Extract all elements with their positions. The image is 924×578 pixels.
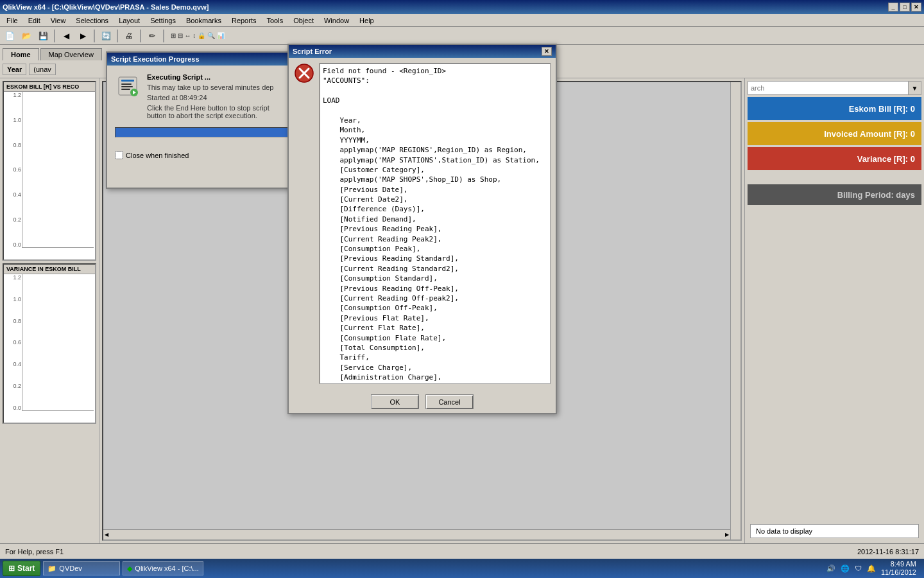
svg-rect-2	[121, 83, 132, 85]
kpi-eskom-bill[interactable]: Eskom Bill [R]: 0	[748, 97, 921, 120]
error-dialog-content	[289, 58, 556, 390]
svg-rect-1	[121, 80, 134, 82]
error-text-area[interactable]	[320, 63, 551, 384]
close-when-finished-checkbox[interactable]	[115, 151, 123, 159]
toolbar-design[interactable]: ✏	[145, 29, 159, 43]
error-text-wrapper	[320, 63, 551, 385]
toolbar-save[interactable]: 💾	[36, 29, 50, 43]
script-dialog-icon	[115, 73, 141, 99]
window-controls[interactable]: _ □ ✕	[888, 3, 921, 12]
close-when-finished-label: Close when finished	[126, 152, 189, 159]
toolbar-forward[interactable]: ▶	[76, 29, 90, 43]
menu-bar: File Edit View Selections Layout Setting…	[0, 14, 924, 27]
kpi-eskom-bill-label: Eskom Bill [R]: 0	[849, 104, 915, 114]
toolbar-print[interactable]: 🖨	[122, 29, 136, 43]
svg-rect-3	[121, 86, 133, 87]
toolbar-sep3	[117, 30, 118, 42]
center-scrollbar-h[interactable]: ◀▶	[103, 529, 730, 539]
chart1-area	[22, 92, 94, 248]
error-x-icon	[294, 63, 314, 83]
title-bar: QlikView x64 - [C:\QlikView\QVDev\PRASA …	[0, 0, 924, 14]
chart2-area	[22, 274, 94, 411]
tab-home[interactable]: Home	[3, 48, 39, 60]
status-bar: For Help, press F1 2012-11-16 8:31:17	[0, 543, 924, 559]
ok-button[interactable]: OK	[371, 394, 419, 409]
start-button[interactable]: ⊞ Start	[3, 561, 40, 576]
maximize-button[interactable]: □	[900, 3, 910, 12]
kpi-billing-period[interactable]: Billing Period: days	[748, 184, 921, 205]
kpi-invoiced-amount[interactable]: Invoiced Amount [R]: 0	[748, 122, 921, 145]
cancel-button[interactable]: Cancel	[425, 394, 474, 409]
kpi-variance-label: Variance [R]: 0	[857, 154, 915, 164]
spacer1	[748, 172, 921, 182]
error-icon-container	[294, 63, 314, 83]
minimize-button[interactable]: _	[888, 3, 898, 12]
error-dialog-footer: OK Cancel	[289, 390, 556, 413]
menu-tools[interactable]: Tools	[261, 15, 288, 26]
script-error-dialog: Script Error ✕ OK Cancel	[287, 44, 557, 414]
error-dialog-close-icon[interactable]: ✕	[542, 47, 552, 56]
toolbar-sep2	[94, 30, 95, 42]
toolbar-sep4	[140, 30, 141, 42]
toolbar-right: ⊞ ⊟ ↔ ↕ 🔒 🔍 📊	[171, 32, 225, 39]
kpi-variance[interactable]: Variance [R]: 0	[748, 147, 921, 170]
tab-map-overview[interactable]: Map Overview	[40, 48, 102, 60]
search-input[interactable]	[748, 84, 908, 92]
toolbar-sep5	[163, 30, 164, 42]
taskbar-qlikview[interactable]: ◆ QlikView x64 - [C:\...	[123, 561, 203, 575]
chart1-y-axis: 1.21.00.80.60.40.20.0	[5, 92, 21, 248]
left-panel: ESKOM BILL [R] VS RECO 1.21.00.80.60.40.…	[0, 78, 99, 543]
close-button[interactable]: ✕	[911, 3, 921, 12]
menu-window[interactable]: Window	[319, 15, 354, 26]
error-dialog-title: Script Error	[293, 48, 332, 55]
error-dialog-titlebar[interactable]: Script Error ✕	[289, 45, 556, 58]
status-help: For Help, press F1	[5, 548, 64, 556]
toolbar: 📄 📂 💾 ◀ ▶ 🔄 🖨 ✏ ⊞ ⊟ ↔ ↕ 🔒 🔍 📊	[0, 27, 924, 45]
taskbar-tray: 🔊 🌐 🛡 🔔 8:49 AM 11/16/2012	[826, 560, 921, 577]
search-button[interactable]: ▼	[908, 82, 921, 94]
progress-bar-fill	[116, 128, 293, 137]
right-panel: ▼ Eskom Bill [R]: 0 Invoiced Amount [R]:…	[744, 78, 924, 543]
menu-help[interactable]: Help	[354, 15, 379, 26]
script-dialog-title: Script Execution Progress	[111, 55, 200, 63]
script-running-icon	[116, 74, 139, 98]
chart2-y-axis: 1.21.00.80.60.40.20.0	[5, 274, 21, 411]
window-title: QlikView x64 - [C:\QlikView\QVDev\PRASA …	[3, 3, 209, 11]
toolbar-open[interactable]: 📂	[19, 29, 33, 43]
kpi-billing-period-label: Billing Period: days	[837, 190, 915, 200]
no-data-display: No data to display	[750, 524, 919, 538]
search-container[interactable]: ▼	[748, 81, 921, 95]
chart-eskom-bill[interactable]: ESKOM BILL [R] VS RECO 1.21.00.80.60.40.…	[3, 81, 96, 261]
chart-variance[interactable]: VARIANCE IN ESKOM BILL 1.21.00.80.60.40.…	[3, 263, 96, 424]
menu-file[interactable]: File	[1, 15, 23, 26]
center-scrollbar-v[interactable]	[730, 82, 740, 539]
filter-year-value: (unav	[29, 64, 56, 75]
filter-year-label: Year	[3, 64, 26, 75]
chart-variance-title: VARIANCE IN ESKOM BILL	[4, 265, 95, 274]
menu-edit[interactable]: Edit	[23, 15, 46, 26]
menu-bookmarks[interactable]: Bookmarks	[181, 15, 227, 26]
svg-rect-4	[121, 89, 130, 90]
kpi-invoiced-amount-label: Invoiced Amount [R]: 0	[824, 129, 915, 139]
menu-layout[interactable]: Layout	[114, 15, 145, 26]
toolbar-reload[interactable]: 🔄	[99, 29, 113, 43]
menu-settings[interactable]: Settings	[145, 15, 181, 26]
menu-view[interactable]: View	[46, 15, 71, 26]
toolbar-back[interactable]: ◀	[59, 29, 73, 43]
spacer2	[748, 207, 921, 520]
menu-object[interactable]: Object	[288, 15, 319, 26]
taskbar-qvdev[interactable]: 📁 QVDev	[43, 561, 120, 575]
chart-eskom-title: ESKOM BILL [R] VS RECO	[4, 82, 95, 92]
taskbar: ⊞ Start 📁 QVDev ◆ QlikView x64 - [C:\...…	[0, 559, 924, 578]
menu-reports[interactable]: Reports	[227, 15, 262, 26]
toolbar-sep1	[54, 30, 55, 42]
toolbar-new[interactable]: 📄	[3, 29, 17, 43]
menu-selections[interactable]: Selections	[71, 15, 114, 26]
status-datetime: 2012-11-16 8:31:17	[857, 548, 919, 556]
